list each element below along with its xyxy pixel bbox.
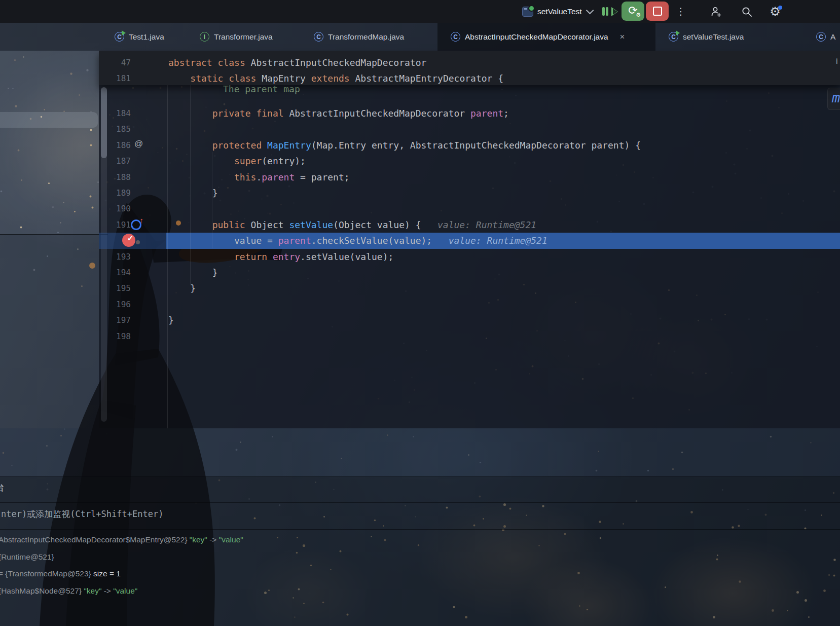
overrides-method-gutter-icon[interactable]: ↑ — [131, 219, 141, 230]
code-text[interactable]: } — [168, 265, 218, 280]
code-row[interactable]: 188this.parent = parent; — [99, 169, 840, 185]
tab-label: A — [830, 32, 835, 42]
code-row[interactable]: 195} — [99, 280, 840, 296]
chevron-down-icon — [586, 7, 594, 15]
tab-label: TransformedMap.java — [328, 32, 404, 42]
code-token: parent — [262, 172, 295, 182]
settings-notification-dot — [778, 6, 782, 10]
variable-reference: AbstractInputCheckedMapDecorator$MapEntr… — [0, 535, 190, 544]
code-token: (entry); — [262, 156, 306, 166]
sticky-code-text: static class MapEntry extends AbstractMa… — [168, 70, 503, 86]
code-text[interactable]: protected MapEntry(Map.Entry entry, Abst… — [168, 137, 641, 153]
code-token: (Map.Entry entry, AbstractInputCheckedMa… — [311, 140, 641, 151]
code-row[interactable]: 191↑public Object setValue(Object value)… — [99, 217, 840, 233]
code-row[interactable]: 189} — [99, 185, 840, 201]
code-token: } — [212, 188, 218, 198]
sticky-line-181[interactable]: 181static class MapEntry extends Abstrac… — [99, 70, 840, 86]
variable-value: "value" — [219, 535, 243, 544]
variable-row[interactable]: {Runtime@521} — [0, 549, 54, 565]
code-token: } — [168, 315, 174, 325]
run-overlay-icon — [676, 30, 680, 35]
debugger-resume-icon[interactable] — [602, 0, 618, 23]
debugger-inline-hint: value: Runtime@521 — [449, 235, 547, 246]
java-interface-icon: I — [200, 32, 209, 42]
execution-line[interactable]: ✓value = parent.checkSetValue(value);val… — [99, 233, 840, 248]
line-number: 198 — [106, 328, 131, 344]
rerun-gear-icon: ⚙ — [636, 12, 641, 18]
code-token: } — [212, 267, 218, 278]
variable-value: "value" — [113, 586, 137, 595]
variable-row[interactable]: AbstractInputCheckedMapDecorator$MapEntr… — [0, 532, 243, 547]
tab-label: AbstractInputCheckedMapDecorator.java — [465, 32, 608, 42]
close-icon[interactable]: × — [620, 32, 625, 41]
code-token: extends — [311, 73, 355, 84]
variable-value: -> — [101, 586, 113, 595]
search-button[interactable] — [739, 4, 754, 19]
line-number: 196 — [106, 297, 131, 312]
project-window-icon — [522, 7, 533, 17]
add-user-button[interactable] — [709, 4, 724, 19]
code-text[interactable]: } — [168, 185, 218, 201]
code-token: ; — [503, 108, 509, 119]
variable-row[interactable]: = {TransformedMap@523} size = 1 — [0, 566, 121, 581]
stop-icon — [653, 7, 662, 16]
tab-setvaluetest-java[interactable]: CsetValueTest.java — [655, 23, 785, 51]
code-text[interactable]: private final AbstractInputCheckedMapDec… — [168, 105, 509, 121]
tab-transformedmap-java[interactable]: CTransformedMap.java — [301, 23, 437, 51]
sticky-lines-panel: 47abstract class AbstractInputCheckedMap… — [99, 51, 840, 85]
code-row[interactable]: 193return entry.setValue(value); — [99, 249, 840, 265]
code-row[interactable]: 196 — [99, 297, 840, 312]
line-number: 181 — [106, 70, 131, 86]
debugger-inline-hint: value: Runtime@521 — [437, 219, 536, 230]
code-row[interactable]: 197} — [99, 312, 840, 328]
code-token: this — [234, 172, 256, 182]
code-text[interactable]: public Object setValue(Object value) {va… — [168, 217, 536, 233]
code-text[interactable]: super(entry); — [168, 153, 306, 169]
indent-guide — [190, 85, 191, 285]
variable-reference: = {TransformedMap@523} — [0, 569, 93, 578]
code-row[interactable]: 185 — [99, 121, 840, 137]
sticky-line-47[interactable]: 47abstract class AbstractInputCheckedMap… — [99, 55, 840, 70]
breakpoint-icon[interactable]: ✓ — [122, 234, 135, 247]
rerun-debug-button[interactable]: ⟳ ⚙ — [622, 2, 644, 21]
annotation-gutter-icon[interactable]: @ — [134, 139, 143, 149]
tab-abstractinputcheckedmapdecorator-java[interactable]: CAbstractInputCheckedMapDecorator.java× — [437, 23, 655, 51]
console-tab-partial[interactable]: 台 — [0, 481, 5, 494]
code-token: .setValue(value); — [300, 251, 393, 262]
tab-test1-java[interactable]: CTest1.java — [101, 23, 187, 51]
code-text[interactable]: } — [168, 312, 174, 328]
code-text[interactable]: return entry.setValue(value); — [168, 249, 393, 265]
code-text[interactable]: this.parent = parent; — [168, 169, 350, 185]
code-token: super — [234, 156, 262, 166]
variable-row[interactable]: {HashMap$Node@527} "key" -> "value" — [0, 583, 137, 599]
search-icon — [741, 6, 753, 18]
code-row[interactable]: 194} — [99, 265, 840, 280]
code-editor[interactable]: The parent map 184private final Abstract… — [99, 51, 840, 428]
code-row[interactable]: 186@protected MapEntry(Map.Entry entry, … — [99, 137, 840, 153]
indent-guide — [212, 152, 212, 248]
tab-label: setValueTest.java — [683, 32, 744, 42]
inspection-widget-fragment: i — [836, 57, 838, 66]
project-selected-item[interactable] — [0, 112, 98, 128]
line-number: 195 — [106, 280, 131, 296]
more-options-button[interactable]: ⋮ — [675, 2, 686, 21]
settings-button[interactable]: ⚙ — [768, 4, 783, 19]
code-token: } — [190, 283, 196, 293]
code-row[interactable]: 187super(entry); — [99, 153, 840, 169]
run-configuration-widget[interactable]: setValueTest — [522, 0, 592, 23]
variable-reference: {HashMap$Node@527} — [0, 586, 84, 595]
tab-bar-spacer — [0, 23, 101, 51]
code-row[interactable]: 184private final AbstractInputCheckedMap… — [99, 105, 840, 121]
tab-label: Test1.java — [129, 32, 164, 42]
tab-transformer-java[interactable]: ITransformer.java — [187, 23, 301, 51]
code-text[interactable]: } — [168, 280, 196, 296]
console-band — [0, 428, 840, 476]
tab-a[interactable]: CA — [785, 23, 840, 51]
code-row[interactable]: 190 — [99, 201, 840, 216]
stop-button[interactable] — [646, 2, 669, 21]
code-row[interactable]: 198 — [99, 328, 840, 344]
watch-input-prompt[interactable]: nter)或添加监视(Ctrl+Shift+Enter) — [1, 508, 163, 520]
variable-value: "key" — [190, 535, 207, 544]
code-text[interactable]: value = parent.checkSetValue(value);valu… — [168, 233, 547, 248]
debug-panel: 台 nter)或添加监视(Ctrl+Shift+Enter) AbstractI… — [0, 476, 840, 626]
